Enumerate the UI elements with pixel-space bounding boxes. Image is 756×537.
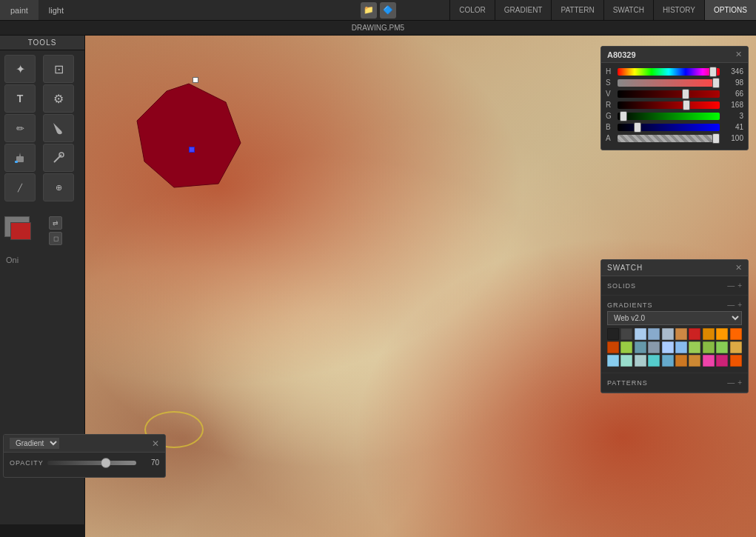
swatch-color-1[interactable] (607, 328, 619, 340)
gradients-minus[interactable]: — (727, 301, 735, 309)
swatch-color-24[interactable] (648, 355, 660, 367)
crop-tool[interactable]: ⊡ (43, 55, 74, 83)
swatch-panel: SWATCH ✕ SOLIDS — + GRADIENTS — + Web v2… (601, 259, 749, 393)
gradient-panel-close[interactable]: ✕ (152, 438, 159, 449)
solids-section: SOLIDS — + (601, 276, 748, 296)
oni-label: Oni (0, 253, 84, 267)
patterns-header: PATTERNS — + (607, 376, 742, 389)
tab-pattern[interactable]: PATTERN (551, 0, 603, 20)
hue-slider[interactable] (618, 68, 720, 76)
swatch-color-19[interactable] (716, 341, 728, 353)
color-swatch-area[interactable] (4, 216, 41, 246)
value-thumb[interactable] (682, 89, 689, 99)
swatch-color-20[interactable] (730, 341, 742, 353)
swatch-color-14[interactable] (648, 341, 660, 353)
swatch-color-5[interactable] (662, 328, 674, 340)
tab-history[interactable]: HISTORY (653, 0, 704, 20)
swatch-color-17[interactable] (689, 341, 700, 353)
blue-slider[interactable] (618, 124, 720, 131)
patterns-plus[interactable]: + (737, 378, 742, 387)
file-bar: DRAWING.PM5 (0, 21, 756, 36)
saturation-thumb[interactable] (712, 78, 720, 88)
swatch-color-4[interactable] (648, 328, 660, 340)
swatch-color-12[interactable] (620, 341, 632, 353)
transform-handle-center[interactable] (189, 147, 195, 153)
swatch-preset-select[interactable]: Web v2.0 (607, 311, 742, 325)
color-swatches: ⇄ ◻ (0, 209, 84, 253)
blue-thumb[interactable] (634, 122, 641, 133)
swatch-color-3[interactable] (635, 328, 646, 340)
cloud-icon[interactable]: 🔷 (380, 2, 396, 19)
settings-tool[interactable]: ⚙ (43, 84, 74, 113)
alpha-thumb[interactable] (712, 133, 720, 144)
reset-colors-icon[interactable]: ◻ (49, 232, 62, 245)
red-thumb[interactable] (683, 100, 690, 110)
swatch-color-21[interactable] (607, 355, 619, 367)
swatch-panel-close-icon[interactable]: ✕ (735, 263, 742, 273)
patterns-minus[interactable]: — (727, 378, 735, 387)
swatch-color-7[interactable] (689, 328, 700, 340)
swatch-color-2[interactable] (620, 328, 632, 340)
gradients-header: GRADIENTS — + (607, 298, 742, 311)
swatch-color-6[interactable] (675, 328, 687, 340)
eyedropper-tool[interactable] (43, 144, 74, 172)
swatch-color-22[interactable] (620, 355, 632, 367)
swap-colors-icon[interactable]: ⇄ (49, 216, 62, 230)
text-tool[interactable]: T (4, 84, 36, 113)
green-slider[interactable] (618, 113, 720, 120)
menu-light[interactable]: light (39, 0, 74, 20)
swatch-color-26[interactable] (675, 355, 687, 367)
swatch-color-8[interactable] (703, 328, 715, 340)
star-tool[interactable]: ✦ (4, 55, 36, 83)
solids-plus[interactable]: + (737, 281, 742, 290)
swatch-color-15[interactable] (662, 341, 674, 353)
bucket-tool[interactable] (4, 144, 36, 172)
alpha-slider[interactable] (618, 135, 720, 142)
pencil-tool[interactable]: ✏ (4, 114, 36, 142)
tab-swatch[interactable]: SWATCH (603, 0, 653, 20)
swatch-color-13[interactable] (635, 341, 646, 353)
tab-color[interactable]: COLOR (449, 0, 495, 20)
swatch-color-25[interactable] (662, 355, 674, 367)
swatch-color-27[interactable] (689, 355, 700, 367)
red-slider[interactable] (618, 101, 720, 109)
saturation-slider[interactable] (618, 79, 720, 87)
color-panel: A80329 ✕ H 346 S 98 V 66 (601, 46, 749, 150)
red-label: R (606, 101, 615, 109)
hue-label: H (606, 67, 615, 76)
green-thumb[interactable] (620, 111, 627, 121)
opacity-slider[interactable] (47, 461, 136, 465)
menu-paint[interactable]: paint (0, 0, 39, 20)
swatch-panel-header: SWATCH ✕ (601, 260, 748, 276)
solids-title: SOLIDS (607, 282, 636, 290)
opacity-thumb[interactable] (101, 458, 111, 468)
color-panel-close[interactable]: ✕ (735, 50, 742, 59)
swatch-color-9[interactable] (716, 328, 728, 340)
tab-options[interactable]: OPTIONS (704, 0, 756, 20)
value-value: 66 (723, 90, 743, 98)
folder-icon[interactable]: 📁 (361, 2, 377, 19)
red-shape[interactable] (122, 76, 255, 195)
gradients-plus[interactable]: + (737, 301, 742, 309)
swatch-color-16[interactable] (675, 341, 687, 353)
tab-gradient[interactable]: GRADIENT (495, 0, 552, 20)
hue-thumb[interactable] (709, 67, 717, 77)
gradients-actions: — + (727, 301, 742, 309)
swatch-color-11[interactable] (607, 341, 619, 353)
gradient-type-select[interactable]: Gradient Linear Radial (10, 438, 59, 449)
swatch-color-30[interactable] (730, 355, 742, 367)
swatch-color-29[interactable] (716, 355, 728, 367)
swatch-color-18[interactable] (703, 341, 715, 353)
value-row: V 66 (606, 90, 743, 98)
transform-handle-top[interactable] (193, 77, 198, 83)
clone-tool[interactable]: ⊕ (43, 173, 74, 201)
swatch-color-10[interactable] (730, 328, 742, 340)
top-tabs: COLOR GRADIENT PATTERN SWATCH HISTORY OP… (449, 0, 756, 20)
solids-minus[interactable]: — (727, 281, 735, 290)
brush-tool[interactable] (43, 114, 74, 142)
eraser-tool[interactable]: ╱ (4, 173, 36, 201)
swatch-color-28[interactable] (703, 355, 715, 367)
gradients-title: GRADIENTS (607, 301, 653, 309)
value-slider[interactable] (618, 90, 720, 98)
swatch-color-23[interactable] (635, 355, 646, 367)
